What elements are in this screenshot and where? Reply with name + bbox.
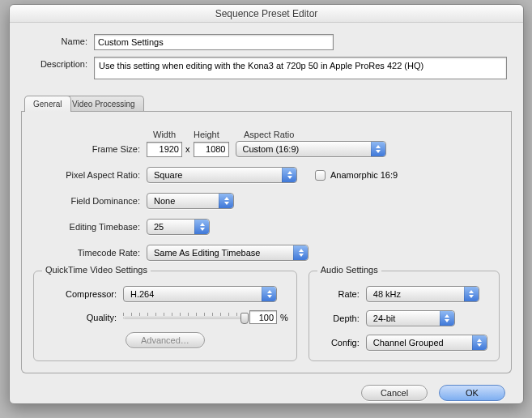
audio-config-value: Channel Grouped [373,338,444,348]
audio-rate-value: 48 kHz [373,289,401,299]
dialog-sheet: Sequence Preset Editor Name: Description… [9,4,524,404]
name-label: Name: [24,34,94,46]
pixel-aspect-ratio-value: Square [154,170,182,180]
quality-input[interactable] [249,310,277,324]
quicktime-video-settings-group: QuickTime Video Settings Compressor: H.2… [33,271,297,361]
percent-label: % [277,313,288,322]
slider-track [123,317,245,319]
audio-legend: Audio Settings [317,265,381,275]
dialog-footer: Cancel OK [10,373,523,401]
timecode-rate-value: Same As Editing Timebase [154,248,260,258]
audio-settings-group: Audio Settings Rate: 48 kHz Depth: 24-bi… [309,271,500,361]
header-height: Height [194,130,244,139]
popup-arrows-icon [219,194,233,208]
audio-rate-label: Rate: [317,289,366,299]
advanced-button[interactable]: Advanced… [126,332,205,348]
tab-strip: General Video Processing [21,96,512,112]
frame-width-input[interactable] [147,142,182,157]
description-input[interactable]: Use this setting when editing with the K… [94,57,507,79]
editing-timebase-popup[interactable]: 25 [147,219,210,235]
cancel-button[interactable]: Cancel [361,385,428,401]
header-width: Width [153,130,194,139]
audio-depth-label: Depth: [317,314,366,323]
header-aspect: Aspect Ratio [244,130,309,139]
pixel-aspect-ratio-label: Pixel Aspect Ratio: [33,170,147,180]
editing-timebase-label: Editing Timebase: [33,222,147,232]
editing-timebase-value: 25 [154,222,164,232]
popup-arrows-icon [472,335,487,350]
ok-button[interactable]: OK [439,385,505,401]
aspect-ratio-value: Custom (16:9) [243,144,300,154]
compressor-value: H.264 [130,289,154,299]
popup-arrows-icon [464,287,479,301]
audio-config-popup[interactable]: Channel Grouped [366,335,487,351]
popup-arrows-icon [371,142,385,156]
timecode-rate-label: Timecode Rate: [33,248,147,258]
tab-general[interactable]: General [24,96,71,112]
compressor-popup[interactable]: H.264 [123,286,277,302]
compressor-label: Compressor: [42,289,123,299]
audio-rate-popup[interactable]: 48 kHz [366,286,479,302]
frame-height-input[interactable] [194,142,229,157]
pixel-aspect-ratio-popup[interactable]: Square [147,167,297,183]
frame-size-headers: Width Height Aspect Ratio [153,130,500,139]
field-dominance-value: None [154,196,175,206]
slider-thumb[interactable] [240,313,249,324]
popup-arrows-icon [440,311,454,326]
audio-depth-value: 24-bit [373,314,396,323]
timecode-rate-popup[interactable]: Same As Editing Timebase [147,245,309,261]
popup-arrows-icon [194,220,209,234]
field-dominance-label: Field Dominance: [33,196,147,206]
audio-config-label: Config: [317,338,366,348]
window-title: Sequence Preset Editor [10,5,523,23]
popup-arrows-icon [293,245,308,260]
description-label: Description: [24,57,94,69]
header-form: Name: Description: Use this setting when… [10,23,523,91]
anamorphic-checkbox[interactable] [315,170,326,181]
quality-label: Quality: [42,313,123,322]
tab-body-general: Width Height Aspect Ratio Frame Size: x … [21,112,512,373]
popup-arrows-icon [262,287,276,301]
field-dominance-popup[interactable]: None [147,193,234,209]
quality-slider[interactable] [123,311,245,324]
dimension-separator: x [182,144,194,154]
audio-depth-popup[interactable]: 24-bit [366,310,455,326]
quicktime-legend: QuickTime Video Settings [42,265,151,275]
slider-ticks [123,313,245,316]
name-input[interactable] [94,34,334,50]
aspect-ratio-popup[interactable]: Custom (16:9) [236,141,386,157]
anamorphic-label: Anamorphic 16:9 [330,170,398,180]
popup-arrows-icon [282,168,296,182]
frame-size-label: Frame Size: [33,144,147,154]
tab-divider [21,111,512,112]
tab-video-processing[interactable]: Video Processing [63,96,144,112]
